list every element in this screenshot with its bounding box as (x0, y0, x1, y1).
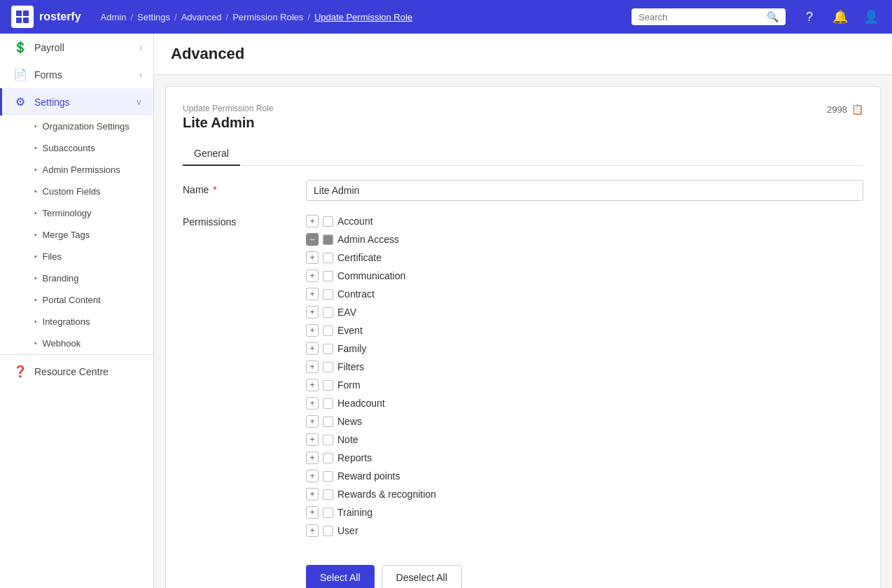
sidebar-item-integrations[interactable]: Integrations (32, 311, 153, 332)
checkbox-training[interactable] (323, 507, 333, 518)
checkbox-reports[interactable] (323, 453, 333, 463)
top-navigation: rosterfy Admin / Settings / Advanced / P… (0, 0, 892, 34)
notifications-icon[interactable]: 🔔 (830, 7, 850, 27)
nav-icons: ? 🔔 👤 (800, 7, 881, 27)
expand-communication[interactable]: + (306, 270, 319, 282)
resource-centre-label: Resource Centre (34, 366, 109, 377)
expand-note[interactable]: + (306, 433, 319, 446)
sidebar-item-portal-content[interactable]: Portal Content (32, 289, 153, 311)
admin-permissions-label: Admin Permissions (43, 164, 120, 175)
user-avatar[interactable]: 👤 (861, 7, 881, 27)
perm-rewards-recognition: + Rewards & recognition (306, 485, 863, 503)
help-icon[interactable]: ? (800, 7, 819, 27)
sidebar-item-custom-fields[interactable]: Custom Fields (32, 181, 153, 202)
perm-reward-points: + Reward points (306, 467, 863, 485)
search-icon: 🔍 (767, 11, 779, 22)
perm-account-label: Account (337, 216, 373, 227)
expand-family[interactable]: + (306, 342, 319, 355)
checkbox-contract[interactable] (323, 289, 333, 300)
expand-contract[interactable]: + (306, 288, 319, 300)
resource-centre-icon: ❓ (13, 365, 27, 378)
perm-filters: + Filters (306, 358, 863, 376)
checkbox-headcount[interactable] (323, 398, 333, 409)
checkbox-form[interactable] (323, 380, 333, 391)
svg-rect-2 (16, 18, 22, 23)
breadcrumb-update-permission-role[interactable]: Update Permission Role (314, 12, 412, 22)
checkbox-note[interactable] (323, 435, 333, 445)
perm-certificate-label: Certificate (337, 252, 382, 263)
perm-training: + Training (306, 503, 863, 522)
perm-certificate: + Certificate (306, 248, 863, 267)
settings-subitems: Organization Settings Subaccounts Admin … (0, 115, 153, 354)
expand-account[interactable]: + (306, 215, 319, 227)
sidebar-item-files[interactable]: Files (32, 246, 153, 267)
logo-text: rosterfy (39, 10, 81, 23)
checkbox-communication[interactable] (323, 271, 333, 281)
expand-headcount[interactable]: + (306, 397, 319, 410)
expand-eav[interactable]: + (306, 306, 319, 318)
expand-form[interactable]: + (306, 379, 319, 391)
expand-rewards-recognition[interactable]: + (306, 488, 319, 500)
checkbox-certificate[interactable] (323, 253, 333, 263)
sidebar-item-webhook[interactable]: Webhook (32, 332, 153, 354)
sidebar-item-terminology[interactable]: Terminology (32, 202, 153, 224)
sidebar-item-branding[interactable]: Branding (32, 267, 153, 289)
checkbox-news[interactable] (323, 416, 333, 427)
checkbox-reward-points[interactable] (323, 471, 333, 482)
card-header: Update Permission Role Lite Admin 2998 📋 (183, 104, 863, 131)
expand-reward-points[interactable]: + (306, 470, 319, 482)
perm-news: + News (306, 412, 863, 430)
search-input[interactable] (639, 12, 762, 22)
tab-general[interactable]: General (183, 142, 240, 166)
main-content: Advanced Update Permission Role Lite Adm… (154, 34, 892, 588)
perm-headcount: + Headcount (306, 394, 863, 412)
sidebar-item-admin-permissions[interactable]: Admin Permissions (32, 159, 153, 181)
expand-event[interactable]: + (306, 324, 319, 337)
breadcrumb-permission-roles[interactable]: Permission Roles (232, 12, 303, 22)
copy-icon[interactable]: 📋 (851, 104, 863, 115)
expand-news[interactable]: + (306, 415, 319, 428)
expand-admin-access[interactable]: − (306, 233, 319, 246)
sidebar-item-merge-tags[interactable]: Merge Tags (32, 224, 153, 246)
expand-filters[interactable]: + (306, 360, 319, 373)
sidebar-item-organization-settings[interactable]: Organization Settings (32, 115, 153, 137)
expand-training[interactable]: + (306, 506, 319, 519)
sidebar-item-forms[interactable]: 📄 Forms › (0, 61, 153, 88)
checkbox-eav[interactable] (323, 307, 333, 318)
deselect-all-button[interactable]: Deselect All (382, 565, 462, 588)
perm-family: + Family (306, 340, 863, 358)
checkbox-admin-access[interactable] (323, 234, 333, 245)
sidebar-item-forms-label: Forms (34, 69, 62, 80)
select-all-button[interactable]: Select All (306, 565, 375, 588)
card-title: Lite Admin (183, 115, 273, 131)
required-marker: * (210, 184, 216, 195)
search-box[interactable]: 🔍 (632, 8, 786, 25)
checkbox-user[interactable] (323, 526, 333, 536)
portal-content-label: Portal Content (43, 295, 101, 305)
permissions-list: + Account − Admin Access + Certif (306, 212, 863, 588)
breadcrumb-admin[interactable]: Admin (101, 12, 127, 22)
perm-admin-access: − Admin Access (306, 230, 863, 248)
forms-icon: 📄 (13, 68, 27, 81)
perm-family-label: Family (337, 343, 366, 354)
expand-reports[interactable]: + (306, 451, 319, 464)
sidebar-item-payroll[interactable]: 💲 Payroll › (0, 34, 153, 61)
sidebar-item-settings[interactable]: ⚙ Settings ∨ (0, 88, 153, 115)
perm-eav: + EAV (306, 303, 863, 321)
sidebar-item-subaccounts[interactable]: Subaccounts (32, 137, 153, 159)
breadcrumb-advanced[interactable]: Advanced (181, 12, 222, 22)
perm-news-label: News (337, 416, 362, 427)
checkbox-event[interactable] (323, 326, 333, 336)
checkbox-filters[interactable] (323, 362, 333, 372)
app-logo[interactable]: rosterfy (11, 6, 81, 28)
sidebar-item-resource-centre[interactable]: ❓ Resource Centre (0, 358, 153, 385)
checkbox-rewards-recognition[interactable] (323, 489, 333, 500)
name-input[interactable] (306, 180, 863, 201)
expand-certificate[interactable]: + (306, 251, 319, 264)
checkbox-family[interactable] (323, 344, 333, 354)
expand-user[interactable]: + (306, 524, 319, 537)
checkbox-account[interactable] (323, 216, 333, 227)
card-subtitle: Update Permission Role (183, 104, 273, 113)
page-header: Advanced (154, 34, 892, 75)
breadcrumb-settings[interactable]: Settings (137, 12, 170, 22)
